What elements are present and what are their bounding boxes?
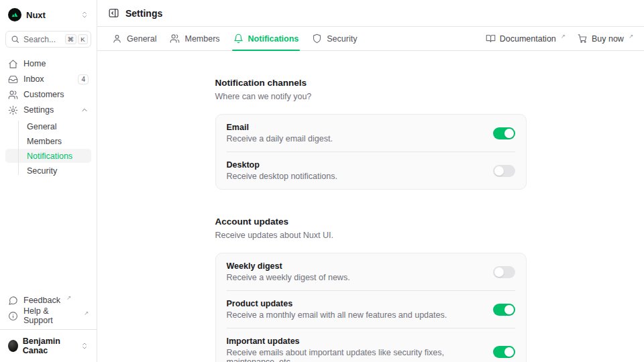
action-label: Documentation [500,34,556,44]
sidebar-footer: Feedback Help & Support Benjamin Canac [5,293,91,357]
setting-label: Email [227,123,333,132]
message-bubble-icon [8,296,18,306]
sidebar-item-inbox[interactable]: Inbox 4 [5,72,91,86]
setting-text: Desktop Receive desktop notifications. [227,160,345,181]
sidebar-item-members[interactable]: Members [5,134,91,148]
sidebar-item-general[interactable]: General [5,119,91,133]
tab-notifications[interactable]: Notifications [227,27,306,50]
footer-item-label: Feedback [23,296,60,305]
kbd-k: K [78,34,88,44]
inbox-icon [8,74,18,84]
setting-description: Receive a monthly email with all new fea… [227,310,447,320]
setting-row-email: Email Receive a daily email digest. [216,115,526,152]
external-link-icon [84,310,89,316]
nuxt-logo-icon [8,8,21,21]
setting-label: Product updates [227,299,447,308]
settings-card: Email Receive a daily email digest. Desk… [215,114,527,190]
sidebar: Nuxt Search... ⌘ K Home Inbox 4 [0,0,97,362]
documentation-link[interactable]: Documentation [486,34,566,44]
kbd-cmd: ⌘ [65,34,77,44]
book-open-icon [486,34,496,44]
important-updates-toggle[interactable] [493,346,515,358]
workspace-switcher[interactable]: Nuxt [5,5,91,24]
sidebar-item-settings[interactable]: Settings [5,103,91,117]
workspace-name: Nuxt [26,10,46,20]
bell-icon [233,34,244,44]
setting-description: Receive a daily email digest. [227,134,333,143]
tab-label: General [127,34,156,44]
tab-members[interactable]: Members [163,27,226,50]
external-link-icon [66,294,71,301]
setting-description: Receive emails about important updates l… [227,348,485,362]
page-title: Settings [125,8,162,19]
tab-label: Notifications [248,34,299,44]
settings-card: Weekly digest Receive a weekly digest of… [215,253,527,362]
user-menu[interactable]: Benjamin Canac [5,330,91,357]
search-shortcut: ⌘ K [65,34,89,44]
user-icon [112,34,122,44]
search-input[interactable]: Search... ⌘ K [5,31,91,48]
section-title: Notification channels [215,78,527,88]
setting-text: Important updates Receive emails about i… [227,337,493,362]
feedback-link[interactable]: Feedback [5,293,91,308]
user-name: Benjamin Canac [23,337,76,355]
shopping-cart-icon [578,34,588,44]
title-bar: Settings [97,0,644,27]
setting-description: Receive desktop notifications. [227,172,337,181]
search-icon [11,35,19,44]
desktop-toggle[interactable] [493,165,515,177]
sidebar-collapse-icon[interactable] [108,7,119,19]
setting-row-weekly-digest: Weekly digest Receive a weekly digest of… [216,253,526,290]
home-icon [8,59,18,69]
tab-bar: General Members Notifications Security [97,27,644,51]
section-title: Account updates [215,217,527,227]
sidebar-item-label: Home [23,59,46,68]
sidebar-item-label: Inbox [23,74,44,84]
external-link-icon [561,33,566,40]
section-subtitle: Receive updates about Nuxt UI. [215,231,527,240]
setting-text: Email Receive a daily email digest. [227,123,341,143]
setting-text: Weekly digest Receive a weekly digest of… [227,261,358,282]
chevron-up-icon [80,106,89,114]
search-placeholder: Search... [23,35,56,44]
sidebar-item-home[interactable]: Home [5,56,91,71]
tab-label: Members [184,34,219,44]
gear-icon [8,105,18,115]
users-icon [170,34,180,44]
email-toggle[interactable] [493,127,515,139]
setting-row-important-updates: Important updates Receive emails about i… [216,328,526,362]
help-support-link[interactable]: Help & Support [5,308,91,323]
setting-description: Receive a weekly digest of news. [227,273,350,282]
setting-label: Desktop [227,160,337,170]
tab-general[interactable]: General [105,27,163,50]
sidebar-subitem-label: Notifications [27,152,72,161]
sidebar-subitem-label: Security [27,166,57,176]
setting-label: Weekly digest [227,261,350,271]
sidebar-subitem-label: Members [27,137,62,146]
sidebar-subitem-label: General [27,122,56,131]
inbox-count-badge: 4 [78,74,89,84]
workspace-selector-icon [80,11,89,19]
sidebar-item-label: Settings [23,105,54,115]
weekly-digest-toggle[interactable] [493,266,515,278]
users-icon [8,90,18,100]
info-circle-icon [8,311,18,321]
section-notification-channels: Notification channels Where can we notif… [215,78,527,190]
settings-subtree: General Members Notifications Security [5,119,91,178]
action-label: Buy now [592,34,624,44]
sidebar-item-security[interactable]: Security [5,164,91,178]
avatar [8,340,18,352]
setting-row-desktop: Desktop Receive desktop notifications. [216,152,526,189]
user-selector-icon [80,342,89,350]
sidebar-item-customers[interactable]: Customers [5,87,91,102]
tab-security[interactable]: Security [305,27,364,50]
sidebar-item-label: Customers [23,90,64,99]
section-subtitle: Where can we notify you? [215,92,527,101]
sidebar-nav: Home Inbox 4 Customers Settings [5,56,91,178]
sidebar-item-notifications[interactable]: Notifications [5,149,91,163]
buy-now-link[interactable]: Buy now [578,34,633,44]
setting-label: Important updates [227,337,485,346]
divider [0,329,97,330]
product-updates-toggle[interactable] [493,304,515,316]
tab-label: Security [327,34,357,44]
